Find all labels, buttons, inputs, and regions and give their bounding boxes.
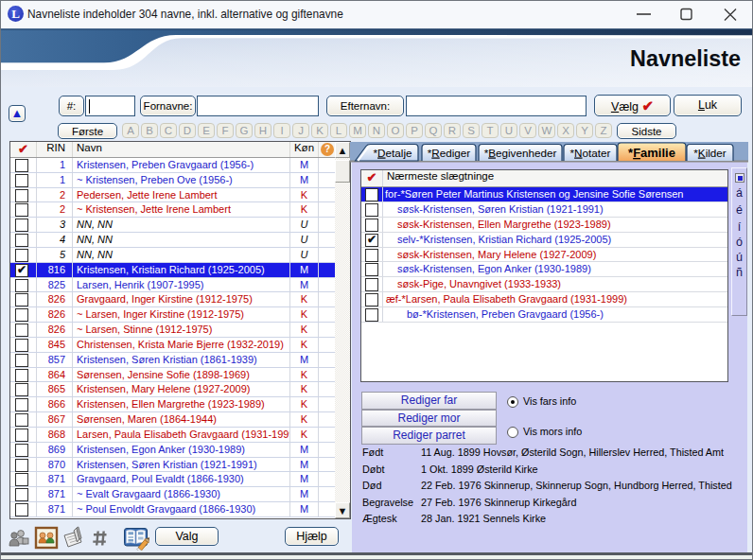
svg-text:*Detalje: *Detalje [374,147,412,159]
svg-text:*Familie: *Familie [628,146,675,160]
svg-text:*Notater: *Notater [570,147,611,159]
svg-text:*Kilder: *Kilder [693,147,727,159]
svg-text:*Begivenheder: *Begivenheder [484,147,557,159]
svg-text:*Rediger: *Rediger [428,147,471,159]
